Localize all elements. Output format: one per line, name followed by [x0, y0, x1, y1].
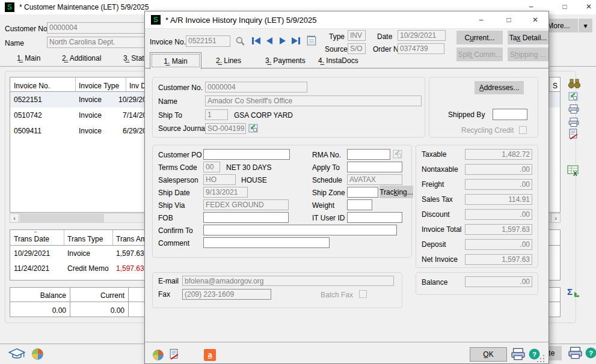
shipped-by-label: Shipped By [448, 111, 485, 119]
terms-desc: NET 30 DAYS [226, 163, 272, 172]
confirm-to-field[interactable] [203, 225, 397, 235]
balance-label: Balance [422, 278, 447, 287]
scroll-left-icon[interactable]: ‹ [10, 213, 19, 223]
training-cap-icon[interactable] [8, 347, 25, 360]
journal-zoom-icon[interactable] [248, 123, 259, 133]
ship-to-field: 1 [205, 109, 228, 120]
tab-payments[interactable]: 3̲. Payments [265, 56, 306, 65]
bg-tab-main[interactable]: 1̲. Main [17, 54, 40, 62]
col-header-invoice-type[interactable]: Invoice Type [79, 82, 119, 90]
net-invoice-label: Net Invoice [422, 255, 458, 264]
date-field: 10/29/2021 [398, 30, 446, 41]
comment-field[interactable] [203, 237, 330, 248]
tax-detail-button[interactable]: Tax̲ Detail... [508, 31, 548, 44]
scroll-right-icon[interactable]: › [551, 213, 561, 223]
col-header-trans-type[interactable]: Trans Type [67, 235, 103, 243]
memo-delete-icon[interactable] [169, 348, 179, 360]
print-button[interactable] [511, 348, 526, 360]
it-user-id-field[interactable] [347, 212, 402, 223]
col-header-s[interactable]: S [553, 82, 558, 90]
it-user-id-label: IT User ID [312, 214, 345, 222]
tab-main[interactable]: 1̲. Main [150, 52, 201, 69]
resize-grip[interactable] [537, 355, 544, 362]
dialog-titlebar: S * A/R Invoice History Inquiry (LET) 5/… [145, 11, 548, 29]
cell-trans-date: 10/29/2021 [14, 249, 50, 258]
dialog-title: * A/R Invoice History Inquiry (LET) 5/9/… [165, 16, 316, 25]
source-journal-field: SO-004199 [205, 123, 246, 134]
rma-no-label: RMA No. [312, 151, 341, 159]
addresses-button[interactable]: A̲ddresses... [475, 81, 524, 94]
terms-code-field: 00 [203, 162, 220, 172]
ok-button[interactable]: O̲K [470, 347, 507, 362]
more-dropdown-button[interactable]: ▾ [579, 19, 592, 32]
chart-pie-icon[interactable] [152, 349, 164, 361]
batch-fax-label: Batch Fax [321, 291, 353, 299]
scrollbar-thumb[interactable] [20, 214, 104, 222]
cell-invoice-type: Invoice [79, 111, 102, 120]
tracking-button[interactable]: Track̲ing... [379, 186, 413, 198]
freight-label: Freight [422, 180, 444, 189]
salesperson-desc: HOUSE [241, 176, 267, 184]
cell-invoice-no: 0522151 [14, 96, 42, 104]
memo-icon[interactable] [306, 35, 317, 46]
rma-zoom-icon [393, 149, 403, 159]
salesperson-label: Salesperson [158, 176, 198, 184]
tab-lines[interactable]: 2̲. Lines [216, 56, 241, 65]
rma-no-field[interactable] [347, 149, 390, 160]
col-separator [128, 288, 129, 317]
print-listing-icon[interactable] [568, 104, 579, 114]
print-icon[interactable] [568, 117, 579, 127]
avatax-icon[interactable]: a [204, 349, 216, 361]
summary-sigma-icon[interactable]: Σ [567, 287, 581, 298]
lookup-magnifier-icon[interactable] [235, 36, 245, 46]
ship-zone-field[interactable] [347, 187, 378, 198]
dialog-bottom-divider [145, 342, 548, 342]
weight-label: Weight [312, 201, 334, 210]
cell-invoice-type: Invoice [79, 127, 102, 135]
nav-first-icon[interactable] [251, 37, 262, 45]
print-button[interactable] [568, 347, 583, 359]
zoom-window-icon[interactable] [568, 91, 579, 102]
current-value: 0.00 [70, 306, 124, 315]
shipped-by-field[interactable] [493, 109, 527, 120]
nav-next-icon[interactable] [278, 37, 287, 45]
apply-to-label: Apply To [312, 163, 340, 172]
tab-instadocs[interactable]: 4̲. InstaDocs [318, 56, 358, 65]
dlg-name-label: Name [158, 97, 177, 106]
maximize-icon[interactable]: □ [558, 1, 571, 12]
col-separator [112, 230, 113, 245]
fob-field[interactable] [203, 212, 289, 223]
svg-text:?: ? [532, 350, 536, 358]
salesperson-field: HO [203, 174, 236, 185]
col-header-invoice-no[interactable]: Invoice No. [14, 82, 50, 90]
apply-to-field[interactable] [347, 162, 402, 172]
email-label: E-mail [158, 277, 179, 285]
invoice-no-field[interactable]: 0522151 [186, 35, 230, 47]
close-icon[interactable]: ✕ [582, 1, 595, 12]
nav-last-icon[interactable] [290, 37, 301, 45]
col-header-trans-date[interactable]: Trans Date [14, 235, 49, 243]
search-binoculars-icon[interactable] [568, 79, 581, 89]
close-icon[interactable]: ✕ [529, 14, 542, 25]
col-separator [75, 77, 76, 91]
maximize-icon[interactable]: □ [502, 14, 515, 25]
taxable-field: 1,482.72 [465, 149, 532, 160]
dlg-customer-no-label: Customer No. [158, 83, 203, 92]
type-field: INV [348, 30, 366, 41]
export-excel-icon[interactable]: X [567, 165, 580, 177]
dialog-tabstrip-line [145, 68, 548, 68]
customer-po-field[interactable] [203, 149, 290, 160]
chart-pie-icon[interactable] [31, 348, 44, 360]
help-button[interactable]: ? [585, 347, 596, 359]
sales-tax-field: 114.91 [465, 194, 532, 205]
minimize-icon[interactable]: – [475, 14, 488, 25]
nav-prev-icon[interactable] [265, 37, 274, 45]
bg-tab-additional[interactable]: 2̲. Additional [62, 54, 101, 62]
cell-trans-amount: 1,597.63 [116, 249, 144, 258]
discount-field: .00 [465, 209, 532, 220]
current-button[interactable]: Cu̲rrent... [456, 31, 503, 44]
ship-zone-label: Ship Zone [312, 189, 345, 197]
weight-field[interactable] [347, 199, 372, 210]
ship-via-label: Ship Via [158, 201, 185, 210]
memo-delete-icon[interactable] [568, 129, 579, 140]
